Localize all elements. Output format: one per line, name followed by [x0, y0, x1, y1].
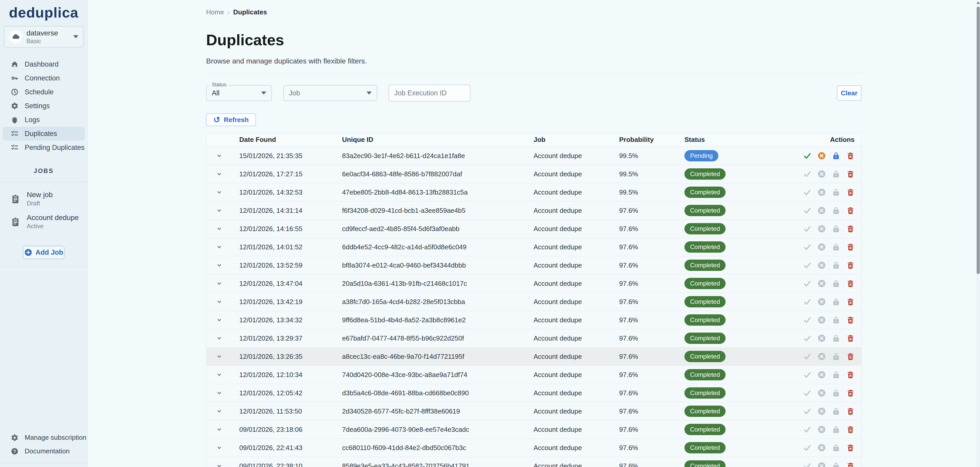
scrollbar-up-arrow-icon[interactable] — [977, 2, 980, 4]
lock-button[interactable] — [832, 152, 840, 160]
expand-row-button[interactable] — [215, 462, 224, 467]
lock-button[interactable] — [832, 298, 840, 306]
expand-row-button[interactable] — [215, 443, 224, 452]
approve-button[interactable] — [803, 371, 811, 379]
approve-button[interactable] — [803, 462, 811, 467]
sidebar-item-connection[interactable]: Connection — [0, 71, 88, 85]
expand-row-button[interactable] — [215, 151, 224, 160]
reject-button[interactable] — [818, 389, 826, 397]
expand-row-button[interactable] — [215, 352, 224, 361]
scrollbar-thumb[interactable] — [977, 7, 980, 274]
approve-button[interactable] — [803, 261, 811, 269]
reject-button[interactable] — [818, 243, 826, 251]
delete-button[interactable] — [846, 243, 854, 251]
delete-button[interactable] — [846, 407, 854, 415]
approve-button[interactable] — [803, 280, 811, 288]
job-execution-id-input[interactable] — [388, 84, 470, 102]
reject-button[interactable] — [818, 443, 826, 452]
delete-button[interactable] — [846, 225, 854, 233]
delete-button[interactable] — [846, 426, 854, 434]
lock-button[interactable] — [832, 280, 840, 288]
sidebar-item-manage-subscription[interactable]: Manage subscription — [0, 431, 88, 445]
reject-button[interactable] — [818, 334, 826, 342]
expand-row-button[interactable] — [215, 389, 224, 397]
approve-button[interactable] — [803, 225, 811, 233]
reject-button[interactable] — [818, 170, 826, 178]
delete-button[interactable] — [846, 462, 854, 467]
expand-row-button[interactable] — [215, 279, 224, 288]
sidebar-item-dashboard[interactable]: Dashboard — [0, 57, 88, 71]
clear-filters-button[interactable]: Clear — [837, 85, 862, 101]
workspace-selector[interactable]: dataverse Basic — [4, 26, 84, 48]
reject-button[interactable] — [818, 298, 826, 306]
approve-button[interactable] — [803, 426, 811, 434]
approve-button[interactable] — [803, 334, 811, 342]
sidebar-item-schedule[interactable]: Schedule — [0, 85, 88, 99]
expand-row-button[interactable] — [215, 170, 224, 178]
expand-row-button[interactable] — [215, 188, 224, 197]
expand-row-button[interactable] — [215, 334, 224, 343]
lock-button[interactable] — [832, 462, 840, 467]
breadcrumb-home-link[interactable]: Home — [206, 8, 224, 16]
scrollbar[interactable] — [977, 0, 980, 467]
sidebar-item-logs[interactable]: Logs — [0, 113, 88, 127]
reject-button[interactable] — [818, 225, 826, 233]
expand-row-button[interactable] — [215, 261, 224, 270]
lock-button[interactable] — [832, 225, 840, 233]
approve-button[interactable] — [803, 407, 811, 415]
sidebar-item-documentation[interactable]: Documentation — [0, 445, 88, 458]
approve-button[interactable] — [803, 152, 811, 160]
delete-button[interactable] — [846, 170, 854, 178]
lock-button[interactable] — [832, 188, 840, 196]
job-item-new-job[interactable]: New job Draft — [0, 191, 88, 207]
reject-button[interactable] — [818, 353, 826, 361]
lock-button[interactable] — [832, 170, 840, 178]
delete-button[interactable] — [846, 298, 854, 306]
sidebar-item-settings[interactable]: Settings — [0, 99, 88, 113]
expand-row-button[interactable] — [215, 316, 224, 324]
delete-button[interactable] — [846, 389, 854, 397]
expand-row-button[interactable] — [215, 297, 224, 306]
delete-button[interactable] — [846, 371, 854, 379]
expand-row-button[interactable] — [215, 243, 224, 251]
sidebar-item-pending-duplicates[interactable]: Pending Duplicates — [0, 141, 88, 154]
reject-button[interactable] — [818, 426, 826, 434]
reject-button[interactable] — [818, 371, 826, 379]
lock-button[interactable] — [832, 407, 840, 415]
column-header-unique-id[interactable]: Unique ID — [335, 136, 527, 144]
reject-button[interactable] — [818, 188, 826, 196]
sidebar-item-duplicates[interactable]: Duplicates — [3, 127, 85, 141]
expand-row-button[interactable] — [215, 206, 224, 215]
delete-button[interactable] — [846, 206, 854, 214]
delete-button[interactable] — [846, 443, 854, 452]
approve-button[interactable] — [803, 389, 811, 397]
delete-button[interactable] — [846, 280, 854, 288]
delete-button[interactable] — [846, 316, 854, 324]
approve-button[interactable] — [803, 316, 811, 324]
lock-button[interactable] — [832, 334, 840, 342]
column-header-status[interactable]: Status — [677, 136, 797, 144]
expand-row-button[interactable] — [215, 425, 224, 434]
expand-row-button[interactable] — [215, 224, 224, 233]
job-item-account-dedupe[interactable]: Account dedupe Active — [0, 214, 88, 230]
delete-button[interactable] — [846, 261, 854, 269]
delete-button[interactable] — [846, 152, 854, 160]
add-job-button[interactable]: Add Job — [23, 246, 65, 259]
approve-button[interactable] — [803, 170, 811, 178]
column-header-probability[interactable]: Probability — [612, 136, 677, 144]
lock-button[interactable] — [832, 316, 840, 324]
approve-button[interactable] — [803, 443, 811, 452]
reject-button[interactable] — [818, 407, 826, 415]
reject-button[interactable] — [818, 152, 826, 160]
approve-button[interactable] — [803, 298, 811, 306]
approve-button[interactable] — [803, 206, 811, 214]
lock-button[interactable] — [832, 243, 840, 251]
delete-button[interactable] — [846, 353, 854, 361]
reject-button[interactable] — [818, 280, 826, 288]
job-filter-select[interactable]: Job — [283, 85, 377, 101]
lock-button[interactable] — [832, 206, 840, 214]
reject-button[interactable] — [818, 316, 826, 324]
reject-button[interactable] — [818, 206, 826, 214]
expand-row-button[interactable] — [215, 407, 224, 416]
expand-row-button[interactable] — [215, 370, 224, 379]
